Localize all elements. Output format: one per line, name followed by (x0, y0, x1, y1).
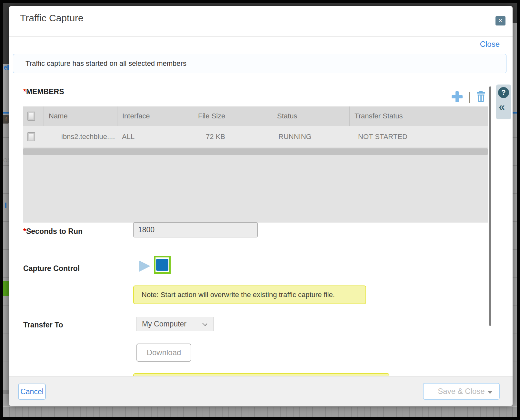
help-icon[interactable]: ? (498, 87, 509, 98)
members-table: Name Interface File Size Status Transfer… (23, 106, 488, 223)
dialog-footer: Cancel Save & Close (9, 376, 513, 406)
close-link[interactable]: Close (480, 40, 500, 49)
row-interface-cell: ALL (117, 126, 193, 147)
start-capture-icon[interactable] (139, 261, 150, 272)
background-green-cell (3, 281, 9, 296)
members-label-text: MEMBERS (26, 87, 64, 96)
stop-capture-highlight (154, 256, 171, 274)
collapse-panel-icon[interactable]: « (499, 100, 508, 113)
delete-member-icon[interactable] (476, 91, 486, 102)
seconds-to-run-input[interactable] (133, 222, 258, 237)
dialog-vertical-scrollbar[interactable] (489, 86, 491, 326)
members-required-marker: * (23, 87, 26, 96)
row-file-size-cell: 72 KB (193, 126, 272, 147)
background-gray-cell (3, 390, 9, 394)
transfer-to-value: My Computer (142, 320, 186, 328)
background-page: e f OS Traffic Capture ✕ Close Traffic c… (3, 3, 517, 417)
background-table-rows-left (3, 110, 9, 404)
save-and-close-button[interactable]: Save & Close (423, 383, 500, 400)
dialog-title: Traffic Capture (20, 13, 84, 24)
download-button[interactable]: Download (136, 344, 191, 362)
transfer-to-select[interactable]: My Computer (136, 317, 214, 331)
row-transfer-status-cell: NOT STARTED (349, 126, 488, 147)
save-and-close-label: Save & Close (438, 387, 485, 395)
members-table-header: Name Interface File Size Status Transfer… (23, 106, 488, 126)
column-header-interface[interactable]: Interface (117, 106, 193, 126)
members-section-label: *MEMBERS (23, 87, 64, 96)
status-message-banner: Traffic capture has started on all selec… (13, 54, 506, 73)
row-name-cell: ibns2.techblue.... (44, 126, 117, 147)
row-select-cell (23, 126, 44, 147)
table-row[interactable]: ibns2.techblue.... ALL 72 KB RUNNING NOT… (23, 126, 488, 147)
cancel-button[interactable]: Cancel (18, 384, 46, 400)
seconds-to-run-label: *Seconds to Run (23, 227, 83, 236)
background-horizontal-scrollbar[interactable] (3, 406, 517, 417)
background-table-rows-right (513, 110, 517, 404)
chevron-down-icon (202, 321, 207, 326)
trash-icon (476, 91, 486, 102)
toolbar-separator (469, 92, 470, 103)
capture-control-label: Capture Control (23, 264, 80, 273)
stop-capture-icon[interactable] (156, 259, 168, 271)
dialog-close-x-button[interactable]: ✕ (495, 16, 505, 25)
row-checkbox[interactable] (27, 132, 35, 141)
table-horizontal-scrollbar[interactable] (23, 148, 488, 155)
column-header-status[interactable]: Status (272, 106, 349, 126)
overwrite-note: Note: Start action will overwrite the ex… (133, 285, 366, 304)
title-divider (9, 36, 513, 37)
side-help-panel: ? « (496, 85, 511, 119)
select-all-checkbox[interactable] (27, 112, 35, 121)
column-header-name[interactable]: Name (44, 106, 117, 126)
select-all-cell (23, 106, 44, 126)
transfer-to-label: Transfer To (23, 321, 63, 329)
caret-down-icon (487, 391, 493, 394)
add-member-icon[interactable] (452, 91, 463, 102)
column-header-transfer-status[interactable]: Transfer Status (349, 106, 488, 126)
background-left-dark-block (3, 3, 9, 64)
column-header-file-size[interactable]: File Size (193, 106, 272, 126)
seconds-label-text: Seconds to Run (26, 227, 83, 235)
row-status-cell: RUNNING (272, 126, 349, 147)
seconds-required-marker: * (23, 227, 26, 235)
traffic-capture-dialog: Traffic Capture ✕ Close Traffic capture … (9, 6, 513, 406)
background-text-fragment: e (4, 64, 7, 71)
screenshot-frame: e f OS Traffic Capture ✕ Close Traffic c… (0, 0, 520, 420)
